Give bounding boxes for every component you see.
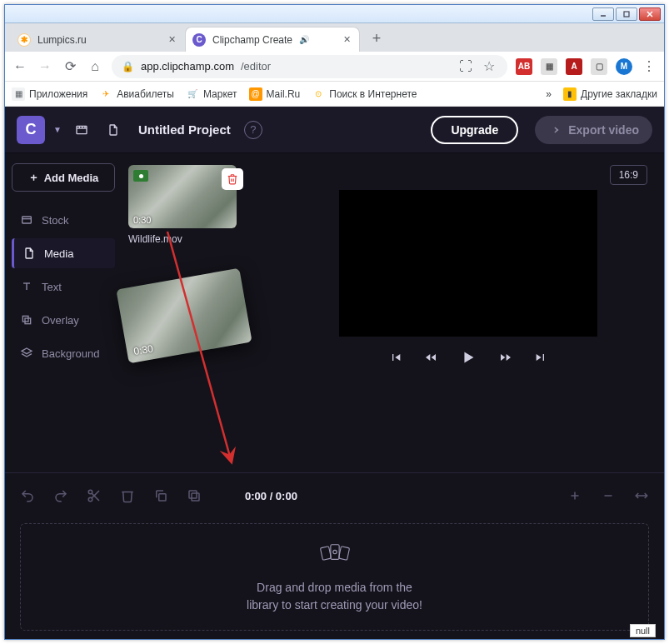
svg-point-30: [332, 550, 336, 553]
browser-tabstrip: ✱ Lumpics.ru ✕ C Clipchamp Create 🔊 ✕ +: [5, 23, 664, 52]
bookmark-avia[interactable]: ✈Авиабилеты: [99, 87, 174, 101]
drop-zone-text: Drag and drop media from the: [247, 579, 422, 597]
svg-rect-29: [338, 546, 349, 559]
extension-abp-icon[interactable]: AB: [516, 58, 532, 75]
profile-avatar-icon[interactable]: M: [616, 58, 632, 75]
sidebar-item-text[interactable]: Text: [12, 272, 115, 302]
export-video-button[interactable]: Export video: [535, 116, 652, 144]
preview-pane: 16:9: [280, 153, 664, 472]
svg-point-17: [88, 497, 92, 502]
window-minimize-button[interactable]: [592, 7, 614, 21]
media-thumbnail[interactable]: 0:30: [128, 165, 237, 228]
nav-back-button[interactable]: ←: [12, 58, 28, 75]
timeline-toolbar: 0:00 / 0:00: [20, 482, 649, 510]
drag-ghost-thumbnail[interactable]: 0:30: [116, 268, 252, 364]
overlay-icon: [20, 313, 33, 327]
document-icon[interactable]: [102, 118, 125, 142]
drop-zone-text: library to start creating your video!: [247, 597, 422, 614]
url-domain: app.clipchamp.com: [141, 60, 234, 72]
nav-reload-button[interactable]: ⟳: [62, 58, 78, 75]
rewind-button[interactable]: [424, 348, 437, 367]
extension-pdf-icon[interactable]: A: [566, 58, 582, 75]
new-tab-button[interactable]: +: [365, 27, 388, 50]
chevron-down-icon[interactable]: ▼: [53, 125, 62, 134]
clipchamp-app: C ▼ Untitled Project ? Upgrade Export vi…: [5, 107, 664, 639]
window-titlebar: [5, 5, 664, 23]
svg-marker-15: [22, 348, 32, 354]
bookmark-other[interactable]: ▮Другие закладки: [563, 87, 657, 101]
bookmark-mail[interactable]: @Mail.Ru: [249, 87, 301, 101]
tab-close-icon[interactable]: ✕: [341, 34, 352, 46]
svg-point-16: [88, 490, 92, 494]
sidebar-item-background[interactable]: Background: [12, 338, 115, 368]
url-path: /editor: [241, 60, 271, 72]
media-library: 0:30 Wildlife.mov 0:30: [122, 153, 280, 472]
copy-button[interactable]: [153, 488, 168, 503]
add-media-button[interactable]: ＋ Add Media: [12, 163, 115, 192]
tab-title: Lumpics.ru: [37, 34, 87, 46]
zoom-out-button[interactable]: [601, 488, 616, 503]
play-button[interactable]: [459, 348, 477, 367]
null-badge: null: [630, 624, 656, 637]
browser-menu-button[interactable]: ⋮: [641, 58, 657, 75]
address-bar[interactable]: 🔒 app.clipchamp.com/editor ⛶ ☆: [112, 55, 507, 78]
svg-rect-9: [22, 217, 32, 223]
sidebar-item-media[interactable]: Media: [12, 238, 115, 268]
extension-icon[interactable]: ▦: [541, 58, 557, 75]
delete-button[interactable]: [120, 488, 135, 503]
workspace: ＋ Add Media Stock Media Text Overl: [5, 153, 664, 472]
text-icon: [20, 280, 33, 293]
duplicate-button[interactable]: [187, 488, 202, 503]
help-button[interactable]: ?: [244, 121, 262, 139]
split-button[interactable]: [87, 488, 102, 503]
upgrade-button[interactable]: Upgrade: [431, 116, 518, 144]
bookmark-star-icon[interactable]: ☆: [481, 58, 497, 75]
svg-rect-28: [330, 544, 338, 559]
fit-button[interactable]: [634, 488, 649, 503]
delete-media-button[interactable]: [222, 168, 243, 190]
browser-toolbar: ← → ⟳ ⌂ 🔒 app.clipchamp.com/editor ⛶ ☆ A…: [5, 52, 664, 82]
forward-button[interactable]: [499, 348, 512, 367]
tab-close-icon[interactable]: ✕: [166, 34, 177, 46]
skip-start-button[interactable]: [389, 348, 402, 367]
zoom-in-button[interactable]: [567, 488, 582, 503]
preview-canvas[interactable]: [339, 190, 597, 337]
media-cards-icon: [317, 541, 353, 571]
window-maximize-button[interactable]: [616, 7, 637, 21]
skip-end-button[interactable]: [534, 348, 547, 367]
sidebar-item-stock[interactable]: Stock: [12, 205, 115, 235]
media-icon: [22, 247, 36, 260]
trash-icon: [227, 173, 238, 185]
svg-rect-13: [22, 316, 28, 322]
nav-forward-button[interactable]: →: [37, 58, 53, 75]
bookmark-market[interactable]: 🛒Маркет: [186, 87, 237, 101]
project-title[interactable]: Untitled Project: [138, 122, 231, 137]
app-logo[interactable]: C: [17, 116, 45, 144]
bookmarks-bar: ▦Приложения ✈Авиабилеты 🛒Маркет @Mail.Ru…: [5, 82, 664, 107]
video-library-icon[interactable]: [70, 118, 93, 142]
svg-rect-21: [192, 493, 199, 501]
favicon-icon: C: [192, 33, 206, 47]
bookmark-apps[interactable]: ▦Приложения: [12, 87, 87, 101]
bookmark-overflow[interactable]: »: [546, 88, 552, 100]
nav-home-button[interactable]: ⌂: [87, 58, 103, 75]
tab-audio-icon[interactable]: 🔊: [299, 35, 309, 44]
sidebar-item-overlay[interactable]: Overlay: [12, 305, 115, 335]
window-close-button[interactable]: [639, 7, 661, 21]
undo-button[interactable]: [20, 488, 35, 503]
bookmark-search[interactable]: ⊙Поиск в Интернете: [312, 87, 417, 101]
browser-tab-clipchamp[interactable]: C Clipchamp Create 🔊 ✕: [185, 27, 360, 52]
plus-icon: ＋: [28, 170, 39, 185]
redo-button[interactable]: [53, 488, 68, 503]
favicon-icon: ✱: [17, 33, 31, 47]
browser-tab-lumpics[interactable]: ✱ Lumpics.ru ✕: [10, 27, 185, 52]
extension-icon[interactable]: ▢: [591, 58, 607, 75]
app-window: ✱ Lumpics.ru ✕ C Clipchamp Create 🔊 ✕ + …: [4, 4, 665, 640]
timeline-drop-zone[interactable]: Drag and drop media from the library to …: [20, 523, 649, 631]
sidebar: ＋ Add Media Stock Media Text Overl: [5, 153, 122, 472]
stock-icon: [20, 213, 33, 227]
media-duration: 0:30: [133, 215, 151, 225]
aspect-ratio-button[interactable]: 16:9: [610, 165, 647, 185]
svg-rect-20: [159, 494, 166, 501]
translate-icon[interactable]: ⛶: [457, 58, 474, 75]
